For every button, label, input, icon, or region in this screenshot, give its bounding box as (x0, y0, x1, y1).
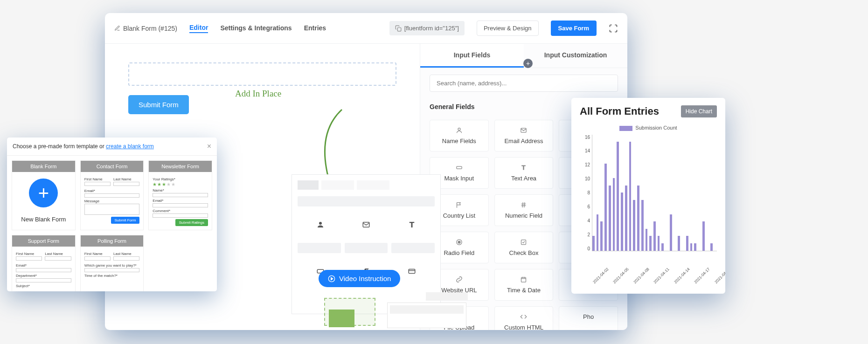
video-button-label: Video Instruction (339, 275, 391, 282)
bar[interactable] (710, 243, 713, 251)
text-icon (408, 220, 416, 229)
svg-rect-3 (409, 269, 415, 274)
plus-icon: + (29, 179, 58, 207)
bar[interactable] (670, 214, 672, 251)
user-icon (456, 127, 463, 134)
save-form-button[interactable]: Save Form (551, 21, 597, 36)
bar[interactable] (625, 186, 627, 251)
add-in-place-annotation: Add In Place (235, 89, 281, 99)
bar[interactable] (592, 236, 595, 250)
bar[interactable] (629, 142, 632, 250)
template-header: Choose a pre-made form template or creat… (7, 138, 217, 156)
tab-input-fields[interactable]: Input Fields (420, 44, 524, 68)
tab-settings[interactable]: Settings & Integrations (220, 24, 292, 33)
bar[interactable] (678, 236, 680, 250)
form-title: Blank Form (#125) (114, 25, 177, 32)
template-polling[interactable]: Polling Form First NameLast Name Which g… (80, 235, 144, 291)
template-support[interactable]: Support Form First NameLast Name Email* … (12, 235, 76, 291)
bar[interactable] (617, 142, 619, 250)
bar[interactable] (604, 164, 607, 251)
flag-icon (456, 201, 463, 208)
svg-point-5 (458, 128, 460, 131)
check-icon (520, 239, 527, 246)
field-datetime[interactable]: Time & Date (494, 269, 554, 301)
bar[interactable] (597, 214, 599, 251)
bar[interactable] (690, 243, 693, 251)
bar[interactable] (694, 243, 696, 251)
svg-rect-7 (457, 166, 462, 169)
bar[interactable] (646, 229, 648, 251)
close-icon[interactable]: × (207, 142, 211, 151)
mask-icon (456, 164, 463, 171)
search-input[interactable] (430, 75, 618, 92)
calendar-icon (520, 276, 527, 283)
fullscreen-icon[interactable] (609, 24, 618, 33)
bar[interactable] (613, 178, 615, 251)
svg-point-9 (458, 241, 460, 243)
star-rating: ★★★★★ (153, 182, 208, 187)
tab-editor[interactable]: Editor (189, 24, 208, 33)
form-preview-panel (292, 174, 441, 314)
ghost-card (387, 303, 466, 328)
chart-bars (592, 135, 717, 251)
svg-rect-0 (397, 28, 401, 31)
template-blank[interactable]: Blank Form + New Blank Form (12, 160, 76, 230)
bar[interactable] (609, 186, 611, 251)
add-field-button[interactable]: + (523, 59, 533, 68)
ghost-bar (426, 292, 468, 301)
template-grid: Blank Form + New Blank Form Contact Form… (7, 156, 217, 291)
bar[interactable] (633, 200, 635, 251)
shortcode-box[interactable]: [fluentform id="125"] (389, 21, 465, 35)
template-newsletter[interactable]: Newsletter Form Your Ratings* ★★★★★ Name… (148, 160, 212, 230)
radio-icon (456, 239, 463, 246)
bar[interactable] (658, 236, 660, 250)
bar[interactable] (621, 193, 623, 251)
bar[interactable] (637, 186, 639, 251)
drag-preview-fill (329, 310, 354, 327)
field-cut-6[interactable]: Pho (559, 306, 618, 330)
bar[interactable] (686, 236, 688, 250)
field-html[interactable]: Custom HTML (494, 306, 554, 330)
link-icon (456, 276, 463, 283)
editor-topbar: Blank Form (#125) Editor Settings & Inte… (105, 13, 627, 44)
envelope-icon (362, 220, 370, 229)
video-instruction-button[interactable]: Video Instruction (319, 270, 400, 287)
code-icon (520, 313, 527, 320)
tab-input-customization[interactable]: Input Customization (524, 44, 627, 68)
bar[interactable] (641, 200, 644, 251)
y-axis: 0246810121416 (580, 135, 590, 251)
submit-ratings-button: Submit Ratings (175, 219, 208, 226)
play-icon (328, 275, 335, 282)
text-icon (520, 164, 527, 171)
tab-entries[interactable]: Entries (304, 24, 326, 33)
hash-icon (520, 201, 527, 208)
field-numeric[interactable]: Numeric Field (494, 194, 554, 226)
field-textarea[interactable]: Text Area (494, 157, 554, 189)
preview-design-button[interactable]: Preview & Design (477, 21, 539, 36)
chart-title: All Form Entries (580, 105, 659, 117)
section-title: General Fields (430, 103, 474, 110)
chart-legend: Submission Count (580, 125, 717, 131)
bar[interactable] (702, 221, 705, 250)
field-name[interactable]: Name Fields (430, 120, 489, 151)
envelope-icon (520, 127, 527, 134)
svg-rect-11 (521, 277, 526, 282)
x-axis: 2021-04-022021-04-052021-04-082021-04-11… (592, 281, 717, 286)
pencil-icon (114, 25, 120, 31)
field-checkbox[interactable]: Check Box (494, 232, 554, 263)
submit-form-button[interactable]: Submit Form (128, 95, 189, 114)
create-blank-link[interactable]: create a blank form (106, 143, 154, 150)
bar[interactable] (649, 236, 652, 250)
hide-chart-button[interactable]: Hide Chart (681, 105, 717, 117)
template-modal: Choose a pre-made form template or creat… (7, 138, 217, 291)
bar[interactable] (600, 221, 603, 250)
field-email[interactable]: Email Address (494, 120, 554, 151)
bar[interactable] (661, 243, 664, 251)
card-icon (408, 267, 416, 275)
drop-area[interactable]: + (128, 62, 396, 86)
bar[interactable] (653, 221, 656, 250)
legend-swatch (619, 126, 632, 131)
shortcode-text: [fluentform id="125"] (404, 25, 459, 32)
user-icon (316, 220, 325, 229)
template-contact[interactable]: Contact Form First NameLast Name Email* … (80, 160, 144, 230)
